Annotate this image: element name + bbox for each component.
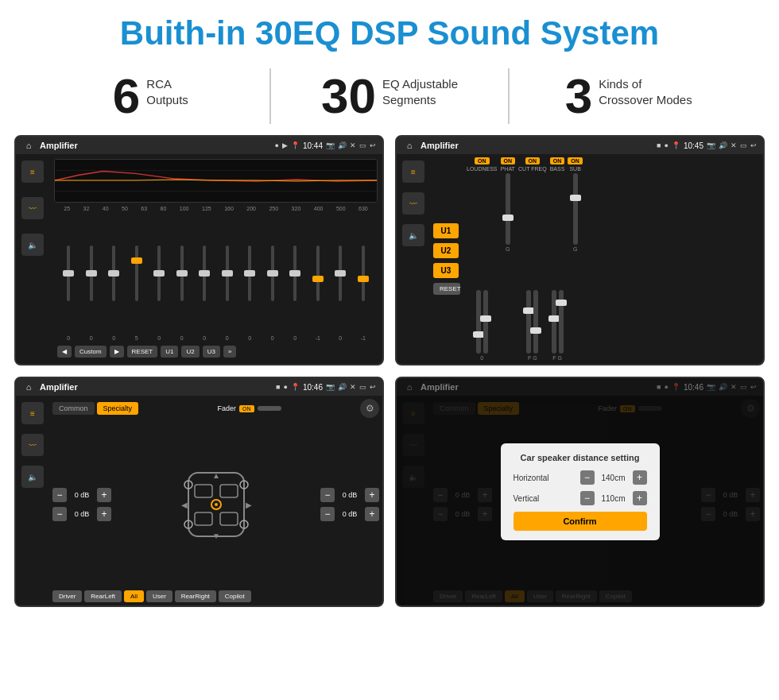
slider-6[interactable] (180, 215, 184, 332)
slider-4[interactable] (135, 215, 138, 332)
reset-btn[interactable]: RESET (127, 346, 158, 358)
vertical-plus-btn[interactable]: + (633, 491, 647, 505)
spk2-icon[interactable]: 🔈 (402, 224, 424, 246)
slider-9[interactable] (248, 215, 251, 332)
sub-on[interactable]: ON (568, 157, 583, 164)
spk3-icon[interactable]: 🔈 (21, 466, 44, 488)
fader-slider[interactable] (258, 406, 281, 411)
stat-divider-1 (269, 68, 271, 124)
prev-btn[interactable]: ◀ (57, 346, 72, 358)
tab-specialty[interactable]: Specialty (97, 402, 139, 415)
sub-slider[interactable] (573, 173, 578, 245)
slider-1[interactable] (67, 215, 70, 332)
speaker-top-row: Common Specialty Fader ON ⚙ (52, 399, 379, 418)
val-5: 5 (130, 335, 143, 341)
eq-screen-title: Amplifier (40, 141, 270, 150)
slider-12[interactable] (316, 215, 320, 332)
vol-row-1: − 0 dB + (52, 488, 111, 502)
wave3-icon[interactable]: 〰 (21, 434, 44, 456)
stat-text-rca: RCAOutputs (146, 72, 188, 107)
u3-btn[interactable]: U3 (203, 346, 220, 358)
val-0h: 0 (243, 335, 256, 341)
cutfreq-sliders (526, 173, 538, 354)
expand-btn[interactable]: » (223, 346, 236, 358)
custom-btn[interactable]: Custom (75, 346, 107, 358)
sub-val: G (573, 246, 577, 252)
loudness-on[interactable]: ON (475, 157, 490, 164)
rearright-btn[interactable]: RearRight (175, 590, 216, 602)
home-icon-2[interactable]: ⌂ (403, 139, 416, 152)
slider-13[interactable] (339, 215, 342, 332)
u1-crossover-btn[interactable]: U1 (433, 223, 459, 238)
loudness-slider-1[interactable] (476, 290, 481, 354)
slider-10[interactable] (271, 215, 274, 332)
wave-icon[interactable]: 〰 (21, 197, 44, 219)
vol-plus-4[interactable]: + (365, 507, 379, 521)
slider-14[interactable] (362, 215, 365, 332)
bass-slider-g[interactable] (559, 290, 564, 354)
next-btn[interactable]: ▶ (110, 346, 124, 358)
loudness-slider-2[interactable] (483, 290, 488, 354)
camera-icon: 📷 (326, 141, 335, 149)
phat-slider[interactable] (506, 173, 510, 245)
pin2-icon: 📍 (672, 141, 680, 149)
vol-minus-1[interactable]: − (52, 488, 67, 502)
freq-50: 50 (122, 206, 128, 211)
tab-common[interactable]: Common (52, 402, 95, 415)
rearleft-btn[interactable]: RearLeft (84, 590, 122, 602)
vol-minus-4[interactable]: − (320, 507, 335, 521)
crossover-time: 10:45 (684, 141, 703, 150)
vol-val-1: 0 dB (70, 491, 94, 499)
slider-7[interactable] (203, 215, 206, 332)
speaker-icon[interactable]: 🔈 (21, 234, 44, 256)
slider-3[interactable] (112, 215, 115, 332)
eq-icon[interactable]: ≡ (21, 160, 44, 183)
freq-250: 250 (269, 206, 278, 211)
bass-on[interactable]: ON (550, 157, 565, 164)
vol-row-4: − 0 dB + (320, 507, 379, 521)
vol-plus-2[interactable]: + (97, 507, 111, 521)
vol-plus-1[interactable]: + (97, 488, 111, 502)
phat-on[interactable]: ON (501, 157, 516, 164)
settings-icon[interactable]: ⚙ (360, 399, 379, 418)
slider-2[interactable] (90, 215, 93, 332)
svg-point-10 (215, 503, 218, 506)
home-icon[interactable]: ⌂ (22, 139, 35, 152)
horizontal-label: Horizontal (514, 474, 549, 482)
driver-btn[interactable]: Driver (52, 590, 82, 602)
cutfreq-on[interactable]: ON (525, 157, 541, 164)
crossover-reset-btn[interactable]: RESET (433, 283, 460, 295)
vol-plus-3[interactable]: + (365, 488, 379, 502)
horizontal-plus-btn[interactable]: + (633, 470, 647, 485)
u3-crossover-btn[interactable]: U3 (433, 263, 459, 278)
stat-number-6: 6 (113, 72, 140, 121)
svg-rect-6 (220, 485, 238, 497)
val-0d: 0 (153, 335, 165, 341)
eq3-icon[interactable]: ≡ (21, 402, 44, 424)
vol-minus-2[interactable]: − (52, 507, 67, 521)
cutfreq-slider-g[interactable] (533, 290, 538, 354)
u2-crossover-btn[interactable]: U2 (433, 243, 459, 258)
horizontal-minus-btn[interactable]: − (580, 470, 595, 485)
vol-minus-3[interactable]: − (320, 488, 335, 502)
crossover-screen-title: Amplifier (421, 141, 652, 150)
confirm-button[interactable]: Confirm (514, 512, 647, 531)
fader-on-badge[interactable]: ON (239, 405, 254, 412)
u1-btn[interactable]: U1 (161, 346, 178, 358)
user-btn[interactable]: User (146, 590, 172, 602)
bass-vals: F G (552, 355, 562, 361)
copilot-btn[interactable]: Copilot (219, 590, 251, 602)
crossover-screen: ⌂ Amplifier ■ ● 📍 10:45 📷 🔊 ✕ ▭ ↩ ≡ 〰 🔈 … (395, 135, 765, 365)
eq-bottom-bar: ◀ Custom ▶ RESET U1 U2 U3 » (54, 344, 378, 359)
slider-5[interactable] (157, 215, 161, 332)
home-icon-3[interactable]: ⌂ (22, 381, 35, 393)
slider-11[interactable] (293, 215, 296, 332)
eq2-icon[interactable]: ≡ (402, 160, 424, 183)
eq-values: 0 0 0 5 0 0 0 0 0 0 0 -1 0 -1 (54, 335, 378, 341)
slider-8[interactable] (226, 215, 229, 332)
vertical-minus-btn[interactable]: − (580, 491, 595, 505)
all-btn[interactable]: All (124, 590, 144, 602)
u2-btn[interactable]: U2 (181, 346, 199, 358)
wave2-icon[interactable]: 〰 (402, 192, 424, 215)
cutfreq-slider-f[interactable] (526, 290, 531, 354)
